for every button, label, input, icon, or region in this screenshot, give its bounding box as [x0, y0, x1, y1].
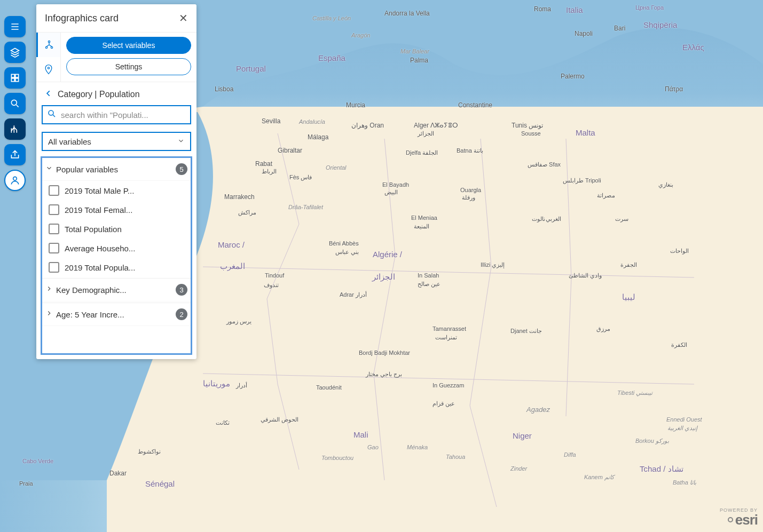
- select-variables-label: Select variables: [103, 41, 155, 50]
- variable-label: 2019 Total Popula...: [65, 263, 135, 272]
- search-input[interactable]: [61, 110, 186, 120]
- section-header[interactable]: Age: 5 Year Incre... 2: [42, 303, 191, 326]
- variable-row[interactable]: 2019 Total Femal...: [42, 200, 191, 219]
- settings-label: Settings: [115, 62, 143, 71]
- tab-hierarchy-icon[interactable]: [36, 33, 60, 57]
- search-button[interactable]: [4, 93, 26, 114]
- tab-location-icon[interactable]: [36, 57, 60, 82]
- chevron-down-icon: [177, 137, 185, 146]
- svg-point-5: [13, 177, 17, 180]
- close-icon[interactable]: ✕: [179, 12, 188, 25]
- svg-point-10: [49, 110, 53, 115]
- search-icon: [47, 109, 57, 121]
- variable-row[interactable]: 2019 Total Popula...: [42, 258, 191, 277]
- section-title: Popular variables: [56, 165, 172, 174]
- panel-mini-tabs: [36, 33, 61, 82]
- toolbar-vertical: [4, 16, 28, 191]
- share-button[interactable]: [4, 144, 26, 165]
- svg-point-8: [51, 46, 52, 48]
- esri-logo: esri: [735, 513, 758, 527]
- layers-button[interactable]: [4, 42, 26, 63]
- variable-label: Total Population: [65, 225, 122, 234]
- checkbox[interactable]: [49, 185, 59, 196]
- search-input-wrap[interactable]: [42, 105, 191, 124]
- variable-label: 2019 Total Male P...: [65, 186, 134, 195]
- svg-rect-0: [11, 74, 14, 77]
- section-title: Age: 5 Year Incre...: [56, 310, 172, 319]
- section-header[interactable]: Popular variables 5: [42, 158, 191, 181]
- basemap-button[interactable]: [4, 67, 26, 89]
- svg-point-7: [45, 46, 47, 48]
- svg-point-9: [48, 67, 49, 69]
- section-count-badge: 3: [176, 284, 187, 296]
- section-header[interactable]: Key Demographic... 3: [42, 278, 191, 301]
- variable-sections: Popular variables 5 2019 Total Male P...…: [41, 156, 192, 355]
- chevron-down-icon: [45, 164, 53, 174]
- analytics-button[interactable]: [4, 118, 26, 140]
- checkbox[interactable]: [49, 262, 59, 273]
- profile-button[interactable]: [4, 170, 26, 191]
- esri-globe-icon: [728, 517, 733, 522]
- settings-button[interactable]: Settings: [66, 58, 191, 75]
- chevron-right-icon: [45, 285, 53, 295]
- panel-title: Infographics card: [45, 13, 119, 24]
- variable-filter-select[interactable]: All variables: [42, 132, 191, 151]
- panel-header: Infographics card ✕: [36, 4, 196, 33]
- svg-rect-1: [15, 74, 19, 77]
- variable-filter-label: All variables: [48, 137, 91, 146]
- checkbox[interactable]: [49, 243, 59, 253]
- map-attribution: POWERED BY esri: [720, 508, 758, 527]
- section-title: Key Demographic...: [56, 285, 172, 295]
- svg-rect-3: [15, 78, 19, 82]
- infographics-panel: Infographics card ✕ Select variables Set…: [36, 4, 196, 359]
- chevron-right-icon: [45, 309, 53, 319]
- variable-label: Average Househo...: [65, 244, 135, 253]
- section-count-badge: 2: [176, 308, 187, 320]
- variable-row[interactable]: Total Population: [42, 219, 191, 239]
- checkbox[interactable]: [49, 224, 59, 234]
- menu-button[interactable]: [4, 16, 26, 37]
- variable-row[interactable]: Average Househo...: [42, 239, 191, 258]
- svg-point-6: [48, 41, 50, 43]
- select-variables-button[interactable]: Select variables: [66, 37, 191, 54]
- breadcrumb-text: Category | Population: [58, 90, 140, 99]
- variable-row[interactable]: 2019 Total Male P...: [42, 181, 191, 200]
- svg-rect-2: [11, 78, 14, 82]
- variable-label: 2019 Total Femal...: [65, 205, 132, 215]
- back-icon[interactable]: [45, 89, 52, 100]
- checkbox[interactable]: [49, 204, 59, 215]
- section-count-badge: 5: [176, 163, 187, 175]
- svg-point-4: [11, 100, 17, 105]
- breadcrumb: Category | Population: [36, 82, 196, 103]
